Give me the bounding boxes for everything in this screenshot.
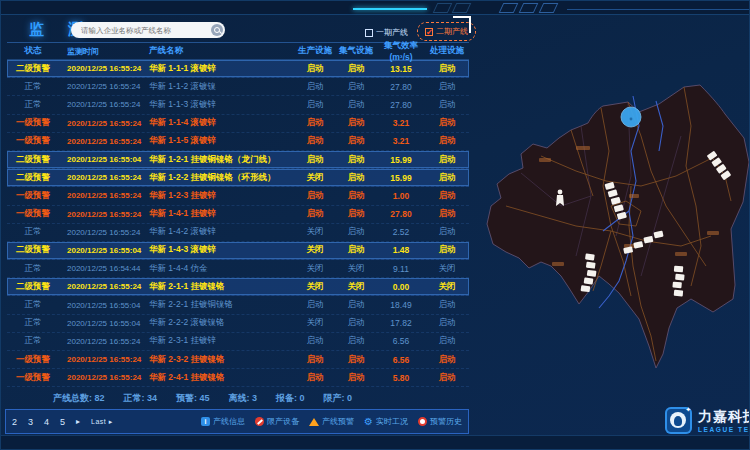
table-cell: 2020/12/25 16:55:24 bbox=[59, 64, 143, 73]
table-cell: 2020/12/25 16:55:24 bbox=[59, 373, 143, 382]
checkbox-checked-icon: ✔ bbox=[425, 28, 433, 36]
table-header-row: 状态监测时间产线名称生产设施集气设施集气效率(m³/s)处理设施 bbox=[7, 43, 469, 60]
window-decor-icon bbox=[452, 3, 472, 13]
table-cell: 华新 1-1-5 滚镀锌 bbox=[143, 135, 295, 147]
table-cell: 2020/12/25 16:55:24 bbox=[59, 228, 143, 237]
table-row[interactable]: 正常2020/12/25 16:55:04华新 2-2-2 滚镀镍铬关闭启动17… bbox=[7, 315, 469, 333]
table-row[interactable]: 一级预警2020/12/25 16:55:24华新 2-3-2 挂镀镍铬启动启动… bbox=[7, 351, 469, 369]
column-header[interactable]: 集气效率(m³/s) bbox=[377, 40, 425, 62]
legend-item[interactable]: 产线预警 bbox=[309, 416, 354, 427]
page-button[interactable]: 3 bbox=[28, 417, 33, 427]
legend-item[interactable]: ⚙实时工况 bbox=[364, 416, 408, 427]
page-button[interactable]: 2 bbox=[12, 417, 17, 427]
table-cell: 华新 1-2-2 挂镀铜镍铬（环形线） bbox=[143, 172, 295, 184]
table-cell: 启动 bbox=[335, 117, 377, 129]
table-cell: 2020/12/25 16:55:24 bbox=[59, 210, 143, 219]
table-row[interactable]: 二级预警2020/12/25 16:55:24华新 1-2-2 挂镀铜镍铬（环形… bbox=[7, 169, 469, 187]
table-cell: 27.80 bbox=[377, 209, 425, 219]
last-page-button[interactable]: Last ▸ bbox=[91, 418, 113, 426]
column-header[interactable]: 监测时间 bbox=[59, 46, 143, 57]
table-cell: 关闭 bbox=[425, 263, 469, 275]
column-header[interactable]: 处理设施 bbox=[425, 45, 469, 57]
search-icon[interactable] bbox=[211, 24, 223, 36]
window-decor-icon bbox=[499, 3, 519, 13]
phase1-label: 一期产线 bbox=[376, 27, 408, 38]
table-cell: 启动 bbox=[335, 135, 377, 147]
table-row[interactable]: 二级预警2020/12/25 16:55:24华新 1-1-1 滚镀锌启动启动1… bbox=[7, 60, 469, 78]
table-row[interactable]: 一级预警2020/12/25 16:55:24华新 1-1-4 滚镀锌启动启动3… bbox=[7, 115, 469, 133]
table-row[interactable]: 二级预警2020/12/25 16:55:04华新 1-2-1 挂镀铜镍铬（龙门… bbox=[7, 151, 469, 169]
summary-item: 限产: 0 bbox=[324, 392, 353, 405]
table-cell: 2020/12/25 16:55:04 bbox=[59, 155, 143, 164]
summary-item: 离线: 3 bbox=[229, 392, 258, 405]
table-row[interactable]: 二级预警2020/12/25 16:55:24华新 2-1-1 挂镀镍铬关闭关闭… bbox=[7, 278, 469, 296]
table-cell: 华新 1-2-1 挂镀铜镍铬（龙门线） bbox=[143, 154, 295, 166]
column-header[interactable]: 状态 bbox=[7, 45, 59, 57]
table-row[interactable]: 一级预警2020/12/25 16:55:24华新 1-1-5 滚镀锌启动启动3… bbox=[7, 133, 469, 151]
table-cell: 华新 2-3-1 挂镀锌 bbox=[143, 335, 295, 347]
table-cell: 启动 bbox=[425, 135, 469, 147]
table-cell: 启动 bbox=[425, 372, 469, 384]
table-cell: 启动 bbox=[335, 299, 377, 311]
window-decor-icon bbox=[519, 3, 539, 13]
table-cell: 正常 bbox=[7, 299, 59, 311]
table-row[interactable]: 正常2020/12/25 16:54:44华新 1-4-4 仿金关闭关闭9.11… bbox=[7, 260, 469, 278]
table-cell: 关闭 bbox=[295, 172, 335, 184]
table-cell: 启动 bbox=[425, 154, 469, 166]
table-cell: 2020/12/25 16:55:24 bbox=[59, 355, 143, 364]
legend-item[interactable]: i产线信息 bbox=[201, 416, 245, 427]
table-row[interactable]: 一级预警2020/12/25 16:55:24华新 1-4-1 挂镀锌启动启动2… bbox=[7, 206, 469, 224]
map-landmass bbox=[487, 85, 749, 368]
page-button[interactable]: 4 bbox=[44, 417, 49, 427]
search-input[interactable] bbox=[79, 25, 211, 36]
table-cell: 二级预警 bbox=[7, 63, 59, 75]
table-row[interactable]: 正常2020/12/25 16:55:24华新 1-1-3 滚镀锌启动启动27.… bbox=[7, 96, 469, 114]
table-row[interactable]: 正常2020/12/25 16:55:24华新 2-3-1 挂镀锌启动启动6.5… bbox=[7, 333, 469, 351]
table-cell: 启动 bbox=[425, 99, 469, 111]
table-row[interactable]: 正常2020/12/25 16:55:04华新 2-2-1 挂镀铜镍铬启动启动1… bbox=[7, 296, 469, 314]
page-button[interactable]: 5 bbox=[60, 417, 65, 427]
table-cell: 二级预警 bbox=[7, 281, 59, 293]
table-cell: 启动 bbox=[425, 208, 469, 220]
legend-label: 预警历史 bbox=[430, 416, 462, 427]
column-header[interactable]: 产线名称 bbox=[143, 45, 295, 57]
table-row[interactable]: 一级预警2020/12/25 16:55:24华新 2-4-1 挂镀镍铬启动启动… bbox=[7, 369, 469, 387]
next-page-icon[interactable]: ▸ bbox=[76, 417, 80, 426]
column-header[interactable]: 生产设施 bbox=[295, 45, 335, 57]
column-header[interactable]: 集气设施 bbox=[335, 45, 377, 57]
corner-bracket-decor bbox=[453, 16, 471, 33]
table-row[interactable]: 二级预警2020/12/25 16:55:04华新 1-4-3 滚镀锌关闭启动1… bbox=[7, 242, 469, 260]
table-row[interactable]: 正常2020/12/25 16:55:24华新 1-4-2 滚镀锌关闭启动2.5… bbox=[7, 224, 469, 242]
table-cell: 2020/12/25 16:55:24 bbox=[59, 337, 143, 346]
table-cell: 华新 1-4-1 挂镀锌 bbox=[143, 208, 295, 220]
logo-text-en: LEAGUE TE bbox=[698, 426, 750, 433]
table-cell: 启动 bbox=[295, 135, 335, 147]
table-cell: 18.49 bbox=[377, 300, 425, 310]
table-cell: 启动 bbox=[425, 335, 469, 347]
table-cell: 3.21 bbox=[377, 118, 425, 128]
table-cell: 华新 2-2-1 挂镀铜镍铬 bbox=[143, 299, 295, 311]
table-cell: 启动 bbox=[335, 317, 377, 329]
table-cell: 华新 1-4-2 滚镀锌 bbox=[143, 226, 295, 238]
table-row[interactable]: 正常2020/12/25 16:55:24华新 1-1-2 滚镀镍启动启动27.… bbox=[7, 78, 469, 96]
legend-item[interactable]: 限产设备 bbox=[255, 416, 299, 427]
alert-circle-marker[interactable] bbox=[621, 107, 641, 127]
legend-item[interactable]: 预警历史 bbox=[418, 416, 462, 427]
table-cell: 27.80 bbox=[377, 100, 425, 110]
table-cell: 启动 bbox=[295, 190, 335, 202]
table-cell: 关闭 bbox=[295, 244, 335, 256]
table-cell: 一级预警 bbox=[7, 117, 59, 129]
summary-item: 报备: 0 bbox=[276, 392, 305, 405]
table-cell: 2020/12/25 16:55:24 bbox=[59, 82, 143, 91]
table-cell: 启动 bbox=[295, 99, 335, 111]
table-row[interactable]: 一级预警2020/12/25 16:55:24华新 1-2-3 挂镀锌启动启动1… bbox=[7, 187, 469, 205]
phase1-checkbox[interactable]: 一期产线 bbox=[365, 27, 408, 38]
accent-line bbox=[353, 8, 427, 10]
district-map[interactable] bbox=[481, 56, 750, 396]
table-cell: 2020/12/25 16:55:24 bbox=[59, 137, 143, 146]
table-cell: 启动 bbox=[335, 244, 377, 256]
table-cell: 启动 bbox=[295, 335, 335, 347]
table-cell: 启动 bbox=[335, 190, 377, 202]
gear-icon: ⚙ bbox=[364, 417, 373, 427]
search-bar[interactable] bbox=[71, 22, 225, 38]
